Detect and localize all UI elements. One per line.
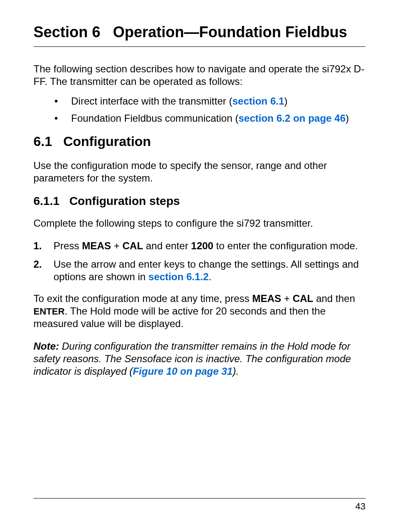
section-title: Section 6 Operation—Foundation Fieldbus — [33, 23, 366, 41]
subsection-heading: 6.1 Configuration — [33, 134, 366, 149]
heading-title: Configuration steps — [69, 194, 180, 207]
step-text: Press — [54, 240, 82, 251]
cross-reference-link[interactable]: Figure 10 on page 31 — [133, 366, 233, 377]
heading-number: 6.1 — [33, 134, 52, 149]
step-text: + — [111, 240, 122, 251]
operation-modes-list: Direct interface with the transmitter (s… — [54, 95, 366, 125]
list-item-text: ) — [345, 113, 349, 124]
para-text: . The Hold mode will be active for 20 se… — [33, 305, 326, 329]
step-text: and enter — [143, 240, 191, 251]
step-text: to enter the configuration mode. — [213, 240, 358, 251]
key-label: MEAS — [252, 293, 281, 304]
note-text: ). — [233, 366, 239, 377]
heading-title: Configuration — [63, 134, 151, 149]
section-label: Section 6 — [33, 23, 100, 41]
list-item-text: ) — [284, 95, 288, 107]
note-paragraph: Note: During configuration the transmitt… — [33, 340, 366, 378]
cross-reference-link[interactable]: section 6.1 — [232, 95, 284, 107]
step-item: 2. Use the arrow and enter keys to chang… — [33, 258, 366, 283]
key-label: CAL — [293, 293, 313, 304]
section-name: Operation—Foundation Fieldbus — [113, 23, 347, 41]
step-number: 1. — [33, 240, 42, 252]
step-item: 1. Press MEAS + CAL and enter 1200 to en… — [33, 240, 366, 252]
key-label: MEAS — [82, 240, 111, 251]
para-text: and then — [313, 293, 355, 304]
note-label: Note: — [33, 340, 59, 352]
key-label: CAL — [123, 240, 143, 251]
para-text: To exit the configuration mode at any ti… — [33, 293, 252, 304]
key-label: ENTER — [33, 306, 65, 317]
code-value: 1200 — [191, 240, 213, 251]
body-paragraph: To exit the configuration mode at any ti… — [33, 292, 366, 330]
body-paragraph: Complete the following steps to configur… — [33, 217, 366, 230]
heading-number: 6.1.1 — [33, 194, 59, 207]
step-number: 2. — [33, 258, 42, 271]
body-paragraph: Use the configuration mode to specify th… — [33, 159, 366, 184]
list-item-text: Direct interface with the transmitter ( — [71, 95, 232, 107]
cross-reference-link[interactable]: section 6.1.2 — [148, 271, 209, 282]
page-number: 43 — [33, 501, 366, 512]
cross-reference-link[interactable]: section 6.2 on page 46 — [238, 113, 345, 124]
steps-list: 1. Press MEAS + CAL and enter 1200 to en… — [33, 240, 366, 283]
subsubsection-heading: 6.1.1 Configuration steps — [33, 194, 366, 208]
title-rule — [33, 46, 366, 47]
step-text: . — [209, 271, 212, 282]
list-item: Foundation Fieldbus communication (secti… — [54, 112, 366, 125]
page-footer: 43 — [33, 498, 366, 512]
list-item: Direct interface with the transmitter (s… — [54, 95, 366, 107]
intro-paragraph: The following section describes how to n… — [33, 63, 366, 88]
para-text: + — [281, 293, 292, 304]
list-item-text: Foundation Fieldbus communication ( — [71, 113, 238, 124]
footer-rule — [33, 498, 366, 499]
